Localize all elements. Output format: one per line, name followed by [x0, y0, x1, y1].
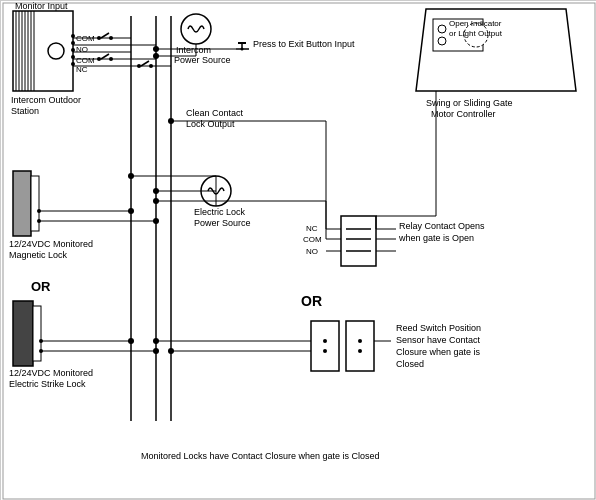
svg-text:COM: COM: [303, 235, 322, 244]
svg-rect-35: [13, 171, 31, 236]
svg-rect-78: [346, 321, 374, 371]
svg-point-11: [71, 34, 75, 38]
svg-text:Magnetic Lock: Magnetic Lock: [9, 250, 68, 260]
svg-point-106: [153, 198, 159, 204]
svg-point-114: [153, 218, 159, 224]
svg-text:Station: Station: [11, 106, 39, 116]
svg-rect-61: [341, 216, 376, 266]
svg-text:NC: NC: [306, 224, 318, 233]
svg-text:NO: NO: [76, 45, 88, 54]
svg-point-82: [358, 349, 362, 353]
svg-point-92: [438, 25, 446, 33]
svg-text:Electric Lock: Electric Lock: [194, 207, 246, 217]
svg-point-81: [323, 349, 327, 353]
svg-point-10: [48, 43, 64, 59]
svg-text:Motor Controller: Motor Controller: [431, 109, 496, 119]
svg-text:Intercom: Intercom: [176, 45, 211, 55]
svg-point-12: [71, 41, 75, 45]
svg-text:Power Source: Power Source: [194, 218, 251, 228]
svg-text:Monitored Locks have Contact C: Monitored Locks have Contact Closure whe…: [141, 451, 380, 461]
svg-point-112: [128, 208, 134, 214]
svg-text:Reed Switch Position: Reed Switch Position: [396, 323, 481, 333]
svg-text:COM: COM: [76, 56, 95, 65]
svg-point-118: [153, 348, 159, 354]
svg-point-127: [97, 36, 101, 40]
svg-point-120: [168, 348, 174, 354]
svg-point-80: [358, 339, 362, 343]
svg-point-131: [109, 57, 113, 61]
svg-rect-77: [311, 321, 339, 371]
svg-text:OR: OR: [31, 279, 51, 294]
svg-point-134: [149, 64, 153, 68]
svg-text:Closure when gate is: Closure when gate is: [396, 347, 481, 357]
svg-rect-43: [33, 306, 41, 361]
svg-text:OR: OR: [301, 293, 322, 309]
svg-point-79: [323, 339, 327, 343]
svg-point-93: [438, 37, 446, 45]
svg-text:Sensor have Contact: Sensor have Contact: [396, 335, 481, 345]
svg-point-109: [128, 173, 134, 179]
svg-rect-36: [31, 176, 39, 231]
svg-text:Intercom Outdoor: Intercom Outdoor: [11, 95, 81, 105]
svg-point-133: [137, 64, 141, 68]
svg-text:Swing or Sliding Gate: Swing or Sliding Gate: [426, 98, 513, 108]
monitor-input-label: Monitor Input: [15, 1, 68, 11]
svg-text:when gate is Open: when gate is Open: [398, 233, 474, 243]
svg-point-22: [181, 14, 211, 44]
svg-text:Clean Contact: Clean Contact: [186, 108, 244, 118]
svg-point-15: [71, 62, 75, 66]
wiring-diagram: Monitor Input COM NO COM NC Intercom Out…: [0, 0, 596, 500]
svg-point-122: [153, 338, 159, 344]
svg-point-124: [153, 188, 159, 194]
svg-text:or Light Output: or Light Output: [449, 29, 503, 38]
svg-point-28: [241, 48, 244, 51]
svg-point-116: [128, 338, 134, 344]
svg-text:Relay Contact Opens: Relay Contact Opens: [399, 221, 485, 231]
svg-text:12/24VDC Monitored: 12/24VDC Monitored: [9, 239, 93, 249]
svg-text:Press to Exit Button Input: Press to Exit Button Input: [253, 39, 355, 49]
svg-point-60: [153, 46, 159, 52]
svg-text:NO: NO: [306, 247, 318, 256]
svg-text:Electric Strike Lock: Electric Strike Lock: [9, 379, 86, 389]
svg-point-104: [168, 118, 174, 124]
svg-point-14: [71, 55, 75, 59]
svg-text:Closed: Closed: [396, 359, 424, 369]
svg-point-58: [153, 53, 159, 59]
svg-rect-42: [13, 301, 33, 366]
svg-point-13: [71, 48, 75, 52]
svg-point-130: [97, 57, 101, 61]
svg-text:12/24VDC Monitored: 12/24VDC Monitored: [9, 368, 93, 378]
svg-point-128: [109, 36, 113, 40]
svg-text:Open Indicator: Open Indicator: [449, 19, 502, 28]
